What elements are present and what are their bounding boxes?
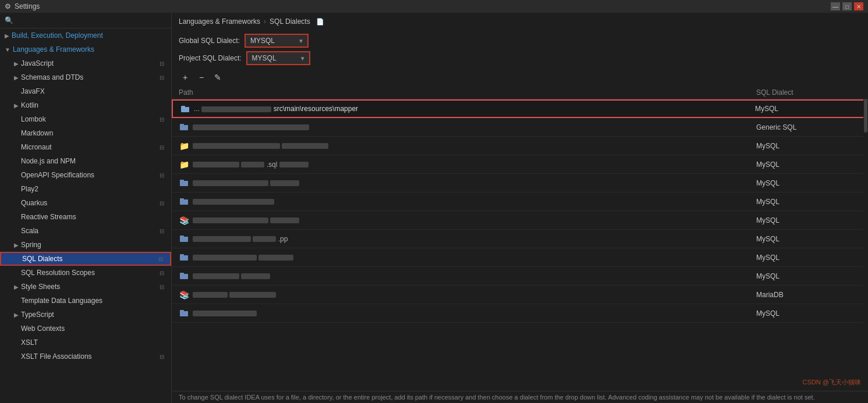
sidebar-item-label: Micronaut — [21, 143, 157, 151]
table-row[interactable]: MySQL — [172, 267, 868, 286]
doc-icon: 📄 — [316, 18, 324, 26]
project-dialect-label: Project SQL Dialect: — [179, 54, 242, 62]
maximize-button[interactable]: □ — [842, 2, 852, 10]
table-row[interactable]: 📁 .sql MySQL — [172, 155, 868, 174]
col-dialect-header: SQL Dialect — [756, 88, 861, 97]
sidebar-item-label: OpenAPI Specifications — [21, 171, 157, 179]
row-dialect: MariaDB — [756, 291, 861, 299]
sidebar-item-lombok[interactable]: Lombok ⊟ — [0, 112, 171, 126]
search-input[interactable] — [5, 16, 166, 24]
row-path — [193, 309, 756, 318]
sidebar-item-xslt-file-assoc[interactable]: XSLT File Associations ⊟ — [0, 349, 171, 363]
content-area: Languages & Frameworks › SQL Dialects 📄 … — [172, 13, 868, 403]
breadcrumb-parent: Languages & Frameworks — [179, 17, 260, 26]
sidebar-item-nodejs[interactable]: Node.js and NPM — [0, 154, 171, 168]
global-dialect-dropdown[interactable]: MYSQL ▼ — [245, 34, 309, 48]
arrow-icon: ▼ — [5, 47, 10, 53]
settings-icon: ⚙ — [5, 2, 11, 10]
sidebar-item-label: Lombok — [21, 115, 157, 123]
global-dialect-value: MYSQL — [250, 37, 275, 45]
table-row[interactable]: .pp MySQL — [172, 230, 868, 248]
arrow-icon: ▶ — [14, 284, 19, 290]
sidebar-item-reactive-streams[interactable]: Reactive Streams — [0, 210, 171, 224]
sidebar-item-micronaut[interactable]: Micronaut ⊟ — [0, 140, 171, 154]
row-path: .pp — [193, 235, 756, 243]
table-row[interactable]: MySQL — [172, 304, 868, 323]
global-dialect-label: Global SQL Dialect: — [179, 37, 240, 45]
row-dialect: MySQL — [756, 161, 861, 169]
table-container: Path SQL Dialect ... src\main\resources\… — [172, 86, 868, 391]
sidebar-item-scala[interactable]: Scala ⊟ — [0, 224, 171, 238]
table-header: Path SQL Dialect — [172, 86, 868, 99]
toolbar: + − ✎ — [172, 69, 868, 86]
row-icon — [179, 252, 189, 263]
project-dialect-dropdown[interactable]: MYSQL ▼ — [246, 51, 310, 65]
settings-icon: ⊟ — [157, 198, 166, 208]
sidebar-item-label: TypeScript — [21, 311, 166, 319]
sidebar: ▶ Build, Execution, Deployment ▼ Languag… — [0, 13, 172, 403]
sidebar-item-label: Spring — [21, 241, 166, 249]
sidebar-item-languages-frameworks[interactable]: ▼ Languages & Frameworks — [0, 42, 171, 56]
sidebar-item-javascript[interactable]: ▶ JavaScript ⊟ — [0, 56, 171, 70]
table-row[interactable]: MySQL — [172, 174, 868, 192]
row-icon: 📚 — [179, 290, 189, 300]
row-icon: 📁 — [179, 141, 189, 151]
sidebar-item-schemas-dtds[interactable]: ▶ Schemas and DTDs ⊟ — [0, 70, 171, 84]
sidebar-item-sql-resolution[interactable]: SQL Resolution Scopes ⊟ — [0, 266, 171, 280]
sidebar-item-build-execution[interactable]: ▶ Build, Execution, Deployment — [0, 28, 171, 42]
arrow-icon: ▶ — [14, 74, 19, 81]
breadcrumb-separator: › — [264, 17, 266, 26]
sidebar-item-play2[interactable]: Play2 — [0, 182, 171, 196]
table-row[interactable]: 📁 MySQL — [172, 137, 868, 155]
sidebar-item-label: JavaScript — [21, 59, 54, 67]
row-path — [193, 216, 756, 224]
row-path — [193, 198, 756, 206]
sidebar-item-typescript[interactable]: ▶ TypeScript — [0, 308, 171, 322]
arrow-icon: ▶ — [14, 312, 19, 318]
watermark: CSDN @飞天小猫咪 — [803, 378, 861, 387]
table-row[interactable]: 📚 MariaDB — [172, 286, 868, 304]
close-button[interactable]: ✕ — [854, 2, 863, 10]
sidebar-item-template-data[interactable]: Template Data Languages — [0, 294, 171, 308]
sidebar-item-kotlin[interactable]: ▶ Kotlin — [0, 98, 171, 112]
status-text: To change SQL dialect IDEA uses for a fi… — [179, 394, 815, 401]
status-bar: To change SQL dialect IDEA uses for a fi… — [172, 391, 868, 403]
sidebar-item-openapi[interactable]: OpenAPI Specifications ⊟ — [0, 168, 171, 182]
sidebar-item-label: Style Sheets — [21, 283, 60, 291]
sidebar-search[interactable] — [0, 13, 171, 28]
sidebar-item-sql-dialects[interactable]: SQL Dialects ⊟ — [0, 252, 171, 266]
table-row[interactable]: Generic SQL — [172, 118, 868, 137]
breadcrumb: Languages & Frameworks › SQL Dialects 📄 — [172, 13, 868, 30]
row-icon — [179, 178, 189, 188]
title-text: Settings — [15, 2, 40, 10]
sidebar-item-quarkus[interactable]: Quarkus ⊟ — [0, 196, 171, 210]
sidebar-item-label: Template Data Languages — [21, 297, 166, 305]
sidebar-item-label: Reactive Streams — [21, 213, 166, 221]
row-dialect: MySQL — [756, 216, 861, 224]
vertical-scrollbar[interactable] — [863, 86, 868, 391]
sidebar-item-spring[interactable]: ▶ Spring — [0, 238, 171, 252]
sidebar-item-markdown[interactable]: Markdown — [0, 126, 171, 140]
row-path: ... src\main\resources\mapper — [194, 105, 755, 113]
table-row[interactable]: MySQL — [172, 248, 868, 267]
dropdown-arrow-icon: ▼ — [298, 38, 304, 44]
row-dialect: Generic SQL — [756, 123, 861, 131]
settings-icon: ⊟ — [157, 73, 166, 82]
sidebar-item-style-sheets[interactable]: ▶ Style Sheets ⊟ — [0, 280, 171, 294]
row-icon — [179, 197, 189, 207]
sidebar-item-xslt[interactable]: XSLT — [0, 336, 171, 349]
minimize-button[interactable]: — — [831, 2, 840, 10]
table-row[interactable]: MySQL — [172, 192, 868, 211]
add-button[interactable]: + — [179, 71, 192, 84]
edit-button[interactable]: ✎ — [211, 71, 224, 84]
row-path: .sql — [193, 161, 756, 169]
row-path — [193, 123, 756, 131]
sidebar-item-javafx[interactable]: JavaFX — [0, 84, 171, 98]
remove-button[interactable]: − — [195, 71, 208, 84]
sidebar-item-label: JavaFX — [21, 87, 166, 95]
row-path — [193, 272, 756, 280]
sidebar-item-web-contexts[interactable]: Web Contexts — [0, 322, 171, 336]
table-row[interactable]: 📚 MySQL — [172, 211, 868, 230]
row-path — [193, 179, 756, 187]
table-row[interactable]: ... src\main\resources\mapper MySQL — [172, 99, 868, 118]
